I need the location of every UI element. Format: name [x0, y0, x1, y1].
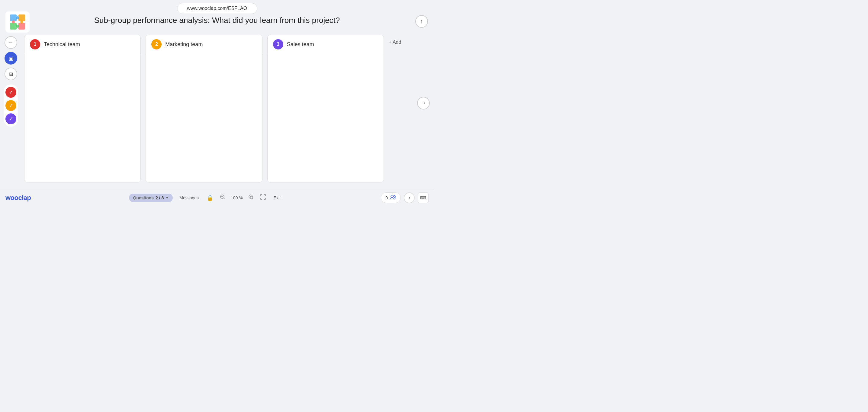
- fullscreen-button[interactable]: [259, 193, 267, 202]
- svg-point-4: [16, 16, 19, 19]
- bottom-right-controls: 0 i ⌨: [381, 193, 429, 203]
- column-sales-team: 3 Sales team: [267, 35, 384, 182]
- left-sidebar: ← ▣ ⊞ ✓ ✓ ✓: [4, 36, 18, 127]
- column-technical-team: 1 Technical team: [24, 35, 141, 182]
- columns-container: 1 Technical team 2 Marketing team 3 Sale…: [24, 35, 413, 188]
- up-icon: ↑: [421, 19, 423, 25]
- keyboard-button[interactable]: ⌨: [418, 193, 429, 203]
- column-title-3: Sales team: [287, 41, 314, 48]
- back-icon: ←: [8, 40, 13, 45]
- participants-button[interactable]: 0: [381, 193, 401, 203]
- check-red-button[interactable]: ✓: [5, 87, 16, 98]
- zoom-in-button[interactable]: [247, 193, 255, 202]
- column-header-2: 2 Marketing team: [146, 35, 262, 54]
- svg-rect-3: [19, 23, 25, 30]
- check-orange-button[interactable]: ✓: [5, 100, 16, 111]
- wooclap-logo: wooclap: [5, 194, 31, 202]
- column-body-1: [25, 54, 141, 182]
- column-header-1: 1 Technical team: [25, 35, 141, 54]
- bottom-bar: wooclap Questions 2 / 8 ▼ Messages 🔒 100…: [0, 189, 434, 206]
- svg-rect-0: [10, 14, 17, 21]
- column-title-2: Marketing team: [165, 41, 203, 48]
- questions-dropdown-icon: ▼: [165, 196, 168, 199]
- right-icon: →: [421, 100, 426, 106]
- layout-button[interactable]: ▣: [4, 52, 17, 65]
- svg-rect-2: [10, 23, 17, 30]
- participants-icon: [390, 195, 396, 201]
- svg-line-9: [224, 198, 225, 199]
- questions-badge[interactable]: Questions 2 / 8 ▼: [129, 194, 173, 202]
- column-title-1: Technical team: [44, 41, 80, 48]
- questions-label: Questions: [133, 196, 154, 200]
- svg-rect-1: [19, 14, 25, 21]
- url-bar: www.wooclap.com/ESFLAO: [177, 3, 257, 14]
- lock-icon[interactable]: 🔒: [205, 193, 214, 202]
- info-icon: i: [409, 195, 410, 201]
- layout-icon: ▣: [9, 56, 13, 61]
- column-body-3: [268, 54, 383, 182]
- svg-point-7: [12, 21, 15, 24]
- add-column-button[interactable]: + Add: [389, 35, 413, 45]
- zoom-out-button[interactable]: [219, 193, 226, 202]
- column-number-3: 3: [273, 39, 283, 49]
- svg-point-6: [16, 25, 19, 28]
- logo-container: [5, 11, 30, 33]
- questions-fraction: 2 / 8: [156, 196, 164, 200]
- svg-point-15: [391, 195, 393, 198]
- keyboard-icon: ⌨: [420, 196, 426, 200]
- check-red-icon: ✓: [9, 89, 13, 96]
- svg-point-16: [394, 196, 395, 197]
- grid-button[interactable]: ⊞: [4, 68, 17, 80]
- column-number-2: 2: [151, 39, 162, 49]
- participants-count: 0: [385, 196, 388, 200]
- bottom-center-controls: Questions 2 / 8 ▼ Messages 🔒 100 % Exit: [129, 193, 283, 202]
- info-button[interactable]: i: [404, 193, 415, 203]
- add-column-label: + Add: [389, 39, 401, 45]
- logo-puzzle-icon: [8, 13, 27, 31]
- zoom-level: 100 %: [231, 196, 243, 200]
- column-body-2: [146, 54, 262, 182]
- column-marketing-team: 2 Marketing team: [146, 35, 262, 182]
- check-purple-button[interactable]: ✓: [5, 113, 16, 124]
- messages-button[interactable]: Messages: [177, 194, 201, 202]
- column-number-1: 1: [30, 39, 40, 49]
- check-purple-icon: ✓: [9, 115, 13, 122]
- checks-container: ✓ ✓ ✓: [4, 84, 18, 127]
- grid-icon: ⊞: [9, 71, 13, 77]
- svg-line-12: [252, 198, 253, 199]
- svg-point-5: [20, 21, 23, 24]
- back-button[interactable]: ←: [4, 36, 17, 49]
- nav-up-button[interactable]: ↑: [415, 15, 428, 28]
- url-text: www.wooclap.com/ESFLAO: [187, 6, 247, 11]
- page-title: Sub-group performance analysis: What did…: [94, 16, 340, 25]
- column-header-3: 3 Sales team: [268, 35, 383, 54]
- nav-right-button[interactable]: →: [417, 97, 430, 109]
- exit-button[interactable]: Exit: [271, 194, 283, 202]
- check-orange-icon: ✓: [9, 102, 13, 109]
